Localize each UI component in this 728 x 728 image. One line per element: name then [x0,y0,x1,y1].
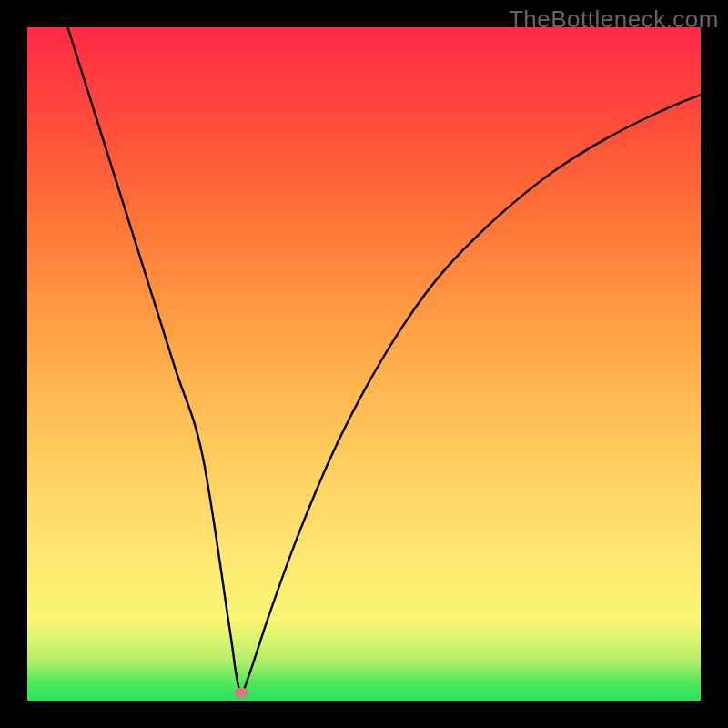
bottleneck-curve [27,27,701,701]
chart-plot-area [27,27,701,701]
optimal-point-marker [235,688,248,698]
chart-frame: TheBottleneck.com [0,0,728,728]
watermark-text: TheBottleneck.com [509,5,719,34]
